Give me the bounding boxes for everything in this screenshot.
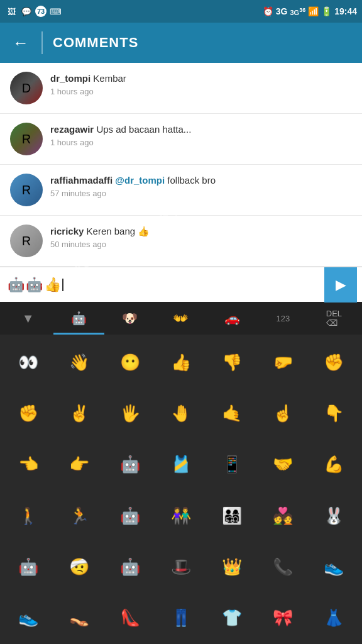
comment-body: raffiahmadaffi @dr_tompi follback bro57 …: [50, 174, 352, 198]
emoji-tab-vehicles[interactable]: 🚗: [207, 302, 258, 335]
emoji-keyboard: ▼ 🤖 🐶 👐 🚗 123 DEL⌫ 👀👋😶👍👎🤛✊✊✌🖐🤚🤙☝👇👈👉🤖🎽📱🤝💪…: [0, 302, 362, 644]
comment-item: Ddr_tompi Kembar1 hours ago: [0, 63, 362, 114]
emoji-cell[interactable]: 💪: [309, 439, 359, 490]
comments-list: Ddr_tompi Kembar1 hours agoRrezagawir Up…: [0, 63, 362, 267]
comment-time: 57 minutes ago: [50, 189, 352, 198]
emoji-tab-delete[interactable]: DEL⌫: [309, 302, 359, 335]
emoji-cell[interactable]: 🖐: [104, 388, 155, 439]
emoji-cell[interactable]: 👈: [3, 439, 53, 490]
emoji-cell[interactable]: 🎩: [155, 541, 206, 592]
comment-text: rezagawir Ups ad bacaan hatta...: [50, 123, 352, 136]
alarm-icon: ⏰: [263, 6, 273, 16]
header: ← COMMENTS: [0, 23, 362, 63]
emoji-tab-collapse[interactable]: ▼: [3, 302, 53, 335]
text-cursor: [62, 279, 63, 291]
emoji-cell[interactable]: 🤛: [258, 337, 309, 388]
notification-badge: 73: [35, 6, 47, 17]
emoji-cell[interactable]: ✊: [309, 337, 359, 388]
comment-item: Rricricky Keren bang 👍50 minutes ago: [0, 216, 362, 267]
emoji-cell[interactable]: 📞: [258, 541, 309, 592]
emoji-cell[interactable]: ☝: [258, 388, 309, 439]
emoji-cell[interactable]: 👡: [53, 592, 104, 643]
comment-time: 50 minutes ago: [50, 240, 352, 249]
emoji-cell[interactable]: 👟: [309, 541, 359, 592]
emoji-cell[interactable]: 👎: [207, 337, 258, 388]
message-icon: 💬: [20, 6, 33, 16]
emoji-tab-numbers[interactable]: 123: [258, 302, 309, 335]
emoji-cell[interactable]: 👠: [104, 592, 155, 643]
emoji-cell[interactable]: 👟: [3, 592, 53, 643]
comment-text: ricricky Keren bang 👍: [50, 225, 352, 238]
emoji-cell[interactable]: 😶: [104, 337, 155, 388]
comment-mention[interactable]: @dr_tompi: [115, 175, 167, 186]
send-icon: ▶: [336, 277, 346, 293]
emoji-cell[interactable]: 🤝: [258, 439, 309, 490]
comment-body: rezagawir Ups ad bacaan hatta...1 hours …: [50, 123, 352, 147]
emoji-cell[interactable]: ✊: [3, 388, 53, 439]
page-title: COMMENTS: [53, 35, 138, 51]
emoji-cell[interactable]: 👍: [155, 337, 206, 388]
comment-input[interactable]: 🤖🤖👍: [8, 277, 319, 293]
signal-icon: 3G36: [290, 7, 305, 16]
emoji-grid: 👀👋😶👍👎🤛✊✊✌🖐🤚🤙☝👇👈👉🤖🎽📱🤝💪🚶🏃🤖👫👨‍👩‍👧‍👦💑🐰🤖🤕🤖🎩👑📞…: [0, 335, 362, 644]
emoji-cell[interactable]: 🤖: [104, 439, 155, 490]
emoji-tab-robot[interactable]: 🤖: [53, 302, 104, 335]
comment-text: dr_tompi Kembar: [50, 72, 352, 85]
back-button[interactable]: ←: [10, 31, 31, 55]
comment-body: ricricky Keren bang 👍50 minutes ago: [50, 225, 352, 249]
input-area: 🤖🤖👍 ▶: [0, 267, 362, 302]
status-bar: 🖼 💬 73 ⌨ ⏰ 3G 3G36 📶 🔋 19:44: [0, 0, 362, 23]
avatar: R: [10, 174, 43, 206]
emoji-cell[interactable]: 🤕: [53, 541, 104, 592]
comment-username[interactable]: raffiahmadaffi: [50, 175, 115, 186]
emoji-cell[interactable]: ✌: [53, 388, 104, 439]
emoji-cell[interactable]: 👗: [309, 592, 359, 643]
time-display: 19:44: [334, 6, 357, 16]
network-label: 3G: [276, 6, 288, 16]
wifi-icon: 📶: [308, 6, 319, 16]
status-left: 🖼 💬 73 ⌨: [5, 6, 62, 17]
comment-username[interactable]: ricricky: [50, 226, 87, 236]
emoji-cell[interactable]: 👨‍👩‍👧‍👦: [207, 490, 258, 541]
comment-item: Rraffiahmadaffi @dr_tompi follback bro57…: [0, 165, 362, 216]
emoji-cell[interactable]: 👖: [155, 592, 206, 643]
emoji-cell[interactable]: 🚶: [3, 490, 53, 541]
avatar: R: [10, 123, 43, 155]
send-button[interactable]: ▶: [324, 267, 357, 303]
comment-text: raffiahmadaffi @dr_tompi follback bro: [50, 174, 352, 187]
emoji-cell[interactable]: 🤙: [207, 388, 258, 439]
emoji-cell[interactable]: 👉: [53, 439, 104, 490]
keyboard-icon: ⌨: [49, 6, 62, 16]
emoji-cell[interactable]: 🏃: [53, 490, 104, 541]
avatar: D: [10, 72, 43, 104]
emoji-cell[interactable]: 🤚: [155, 388, 206, 439]
emoji-cell[interactable]: 👋: [53, 337, 104, 388]
comment-body: dr_tompi Kembar1 hours ago: [50, 72, 352, 96]
comment-time: 1 hours ago: [50, 87, 352, 96]
emoji-tab-hands[interactable]: 👐: [155, 302, 206, 335]
comment-username[interactable]: rezagawir: [50, 124, 96, 135]
emoji-cell[interactable]: 🤖: [104, 541, 155, 592]
comment-item: Rrezagawir Ups ad bacaan hatta...1 hours…: [0, 114, 362, 165]
comment-username[interactable]: dr_tompi: [50, 73, 93, 84]
emoji-cell[interactable]: 👇: [309, 388, 359, 439]
emoji-tab-bar: ▼ 🤖 🐶 👐 🚗 123 DEL⌫: [0, 302, 362, 335]
emoji-cell[interactable]: 📱: [207, 439, 258, 490]
emoji-cell[interactable]: 🤖: [3, 541, 53, 592]
emoji-tab-animals[interactable]: 🐶: [104, 302, 155, 335]
emoji-cell[interactable]: 🐰: [309, 490, 359, 541]
input-emoji-text: 🤖🤖👍: [8, 277, 62, 293]
photo-icon: 🖼: [5, 6, 18, 16]
header-divider: [41, 31, 43, 54]
emoji-cell[interactable]: 🎽: [155, 439, 206, 490]
emoji-cell[interactable]: 🎀: [258, 592, 309, 643]
emoji-cell[interactable]: 💑: [258, 490, 309, 541]
emoji-cell[interactable]: 👫: [155, 490, 206, 541]
battery-icon: 🔋: [321, 6, 332, 16]
emoji-cell[interactable]: 👀: [3, 337, 53, 388]
emoji-cell[interactable]: 👑: [207, 541, 258, 592]
comment-time: 1 hours ago: [50, 138, 352, 147]
emoji-cell[interactable]: 👕: [207, 592, 258, 643]
status-right: ⏰ 3G 3G36 📶 🔋 19:44: [263, 6, 357, 16]
emoji-cell[interactable]: 🤖: [104, 490, 155, 541]
